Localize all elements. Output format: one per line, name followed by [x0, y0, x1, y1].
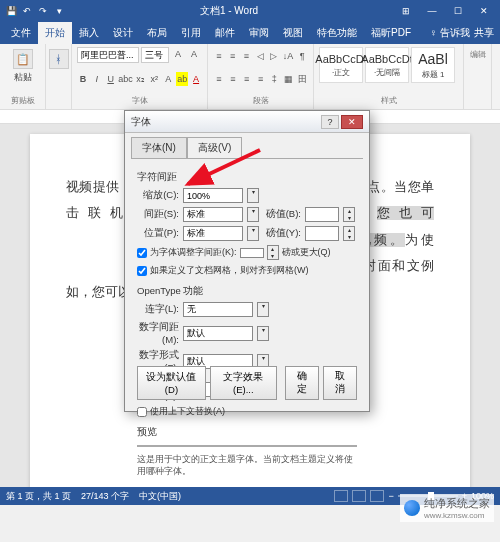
- snap-grid-checkbox[interactable]: [137, 266, 147, 276]
- dialog-titlebar[interactable]: 字体 ? ✕: [125, 111, 369, 133]
- tab-design[interactable]: 设计: [106, 22, 140, 44]
- grow-font-icon[interactable]: A: [171, 47, 185, 61]
- align-right-button[interactable]: ≡: [241, 72, 253, 86]
- spacing-pt-spinner[interactable]: ▴▾: [343, 207, 355, 222]
- qat-more-icon[interactable]: ▾: [54, 6, 64, 16]
- text-effect-button[interactable]: A: [162, 72, 174, 86]
- opentype-section-label: OpenType 功能: [137, 285, 357, 298]
- scale-dropdown[interactable]: ▾: [247, 188, 259, 203]
- maximize-button[interactable]: ☐: [446, 2, 470, 20]
- bold-button[interactable]: B: [77, 72, 89, 86]
- align-left-button[interactable]: ≡: [213, 72, 225, 86]
- position-pt-label: 磅值(Y):: [263, 227, 301, 240]
- scale-label: 缩放(C):: [137, 189, 179, 202]
- strike-button[interactable]: abc: [119, 72, 133, 86]
- style-nospacing[interactable]: AaBbCcDt·无间隔: [365, 47, 409, 83]
- sort-button[interactable]: ↓A: [282, 49, 295, 63]
- position-dropdown[interactable]: ▾: [247, 226, 259, 241]
- bluetooth-button[interactable]: ᚼ: [51, 47, 66, 71]
- minimize-button[interactable]: —: [420, 2, 444, 20]
- underline-button[interactable]: U: [105, 72, 117, 86]
- font-size-select[interactable]: [141, 47, 169, 63]
- font-name-select[interactable]: [77, 47, 139, 63]
- ok-button[interactable]: 确定: [285, 366, 319, 400]
- dialog-tab-font[interactable]: 字体(N): [131, 137, 187, 158]
- tab-insert[interactable]: 插入: [72, 22, 106, 44]
- para-group-label: 段落: [213, 95, 308, 106]
- print-layout-button[interactable]: [352, 490, 366, 502]
- numbering-button[interactable]: ≡: [227, 49, 239, 63]
- position-pt-spinner[interactable]: ▴▾: [343, 226, 355, 241]
- window-title: 文档1 - Word: [64, 4, 394, 18]
- text-effects-button[interactable]: 文字效果(E)...: [210, 366, 277, 400]
- read-mode-button[interactable]: [334, 490, 348, 502]
- tab-file[interactable]: 文件: [4, 22, 38, 44]
- subscript-button[interactable]: x₂: [135, 72, 147, 86]
- font-color-button[interactable]: A: [190, 72, 202, 86]
- tab-view[interactable]: 视图: [276, 22, 310, 44]
- borders-button[interactable]: 田: [296, 72, 308, 86]
- style-normal[interactable]: AaBbCcDt·正文: [319, 47, 363, 83]
- snap-grid-label: 如果定义了文档网格，则对齐到网格(W): [150, 264, 309, 277]
- kerning-spinner[interactable]: ▴▾: [267, 245, 279, 260]
- set-default-button[interactable]: 设为默认值(D): [137, 366, 206, 400]
- line-spacing-button[interactable]: ‡: [268, 72, 280, 86]
- dec-indent-button[interactable]: ◁: [254, 49, 266, 63]
- dialog-close-button[interactable]: ✕: [341, 115, 363, 129]
- tab-review[interactable]: 审阅: [242, 22, 276, 44]
- position-pt-input[interactable]: [305, 226, 339, 241]
- dialog-help-button[interactable]: ?: [321, 115, 339, 129]
- tell-me[interactable]: ♀ 告诉我: [430, 26, 470, 40]
- style-heading1[interactable]: AaBl标题 1: [411, 47, 455, 83]
- word-count[interactable]: 27/143 个字: [81, 490, 129, 503]
- scale-select[interactable]: [183, 188, 243, 203]
- contextual-checkbox[interactable]: [137, 407, 147, 417]
- inc-indent-button[interactable]: ▷: [268, 49, 280, 63]
- share-button[interactable]: 共享: [474, 26, 494, 40]
- kerning-checkbox[interactable]: [137, 248, 147, 258]
- multilevel-button[interactable]: ≡: [241, 49, 253, 63]
- ribbon: 📋 粘贴 剪贴板 ᚼ A A B I U abc x₂: [0, 44, 500, 110]
- position-select[interactable]: [183, 226, 243, 241]
- dialog-title: 字体: [131, 115, 151, 129]
- justify-button[interactable]: ≡: [255, 72, 267, 86]
- page-indicator[interactable]: 第 1 页，共 1 页: [6, 490, 71, 503]
- numspacing-select[interactable]: [183, 326, 253, 341]
- spacing-dropdown[interactable]: ▾: [247, 207, 259, 222]
- tab-mail[interactable]: 邮件: [208, 22, 242, 44]
- language-indicator[interactable]: 中文(中国): [139, 490, 181, 503]
- shrink-font-icon[interactable]: A: [187, 47, 201, 61]
- bullets-button[interactable]: ≡: [213, 49, 225, 63]
- numspacing-dropdown[interactable]: ▾: [257, 326, 269, 341]
- cancel-button[interactable]: 取消: [323, 366, 357, 400]
- undo-icon[interactable]: ↶: [22, 6, 32, 16]
- ligatures-select[interactable]: [183, 302, 253, 317]
- paste-icon: 📋: [13, 49, 33, 69]
- ligatures-dropdown[interactable]: ▾: [257, 302, 269, 317]
- kerning-input[interactable]: [240, 248, 264, 258]
- paste-button[interactable]: 📋 粘贴: [5, 47, 40, 86]
- spacing-select[interactable]: [183, 207, 243, 222]
- tab-pdf[interactable]: 福昕PDF: [364, 22, 418, 44]
- zoom-out-button[interactable]: −: [388, 491, 393, 501]
- close-button[interactable]: ✕: [472, 2, 496, 20]
- show-marks-button[interactable]: ¶: [296, 49, 308, 63]
- highlight-button[interactable]: ab: [176, 72, 188, 86]
- web-layout-button[interactable]: [370, 490, 384, 502]
- italic-button[interactable]: I: [91, 72, 103, 86]
- font-group-label: 字体: [77, 95, 202, 106]
- align-center-button[interactable]: ≡: [227, 72, 239, 86]
- tab-special[interactable]: 特色功能: [310, 22, 364, 44]
- save-icon[interactable]: 💾: [6, 6, 16, 16]
- shading-button[interactable]: ▦: [282, 72, 294, 86]
- ligatures-label: 连字(L):: [137, 303, 179, 316]
- dialog-tab-advanced[interactable]: 高级(V): [187, 137, 242, 158]
- tab-refs[interactable]: 引用: [174, 22, 208, 44]
- superscript-button[interactable]: x²: [148, 72, 160, 86]
- ribbon-options-icon[interactable]: ⊞: [394, 2, 418, 20]
- tab-home[interactable]: 开始: [38, 22, 72, 44]
- tab-layout[interactable]: 布局: [140, 22, 174, 44]
- redo-icon[interactable]: ↷: [38, 6, 48, 16]
- spacing-pt-input[interactable]: [305, 207, 339, 222]
- kerning-unit: 磅或更大(Q): [282, 246, 331, 259]
